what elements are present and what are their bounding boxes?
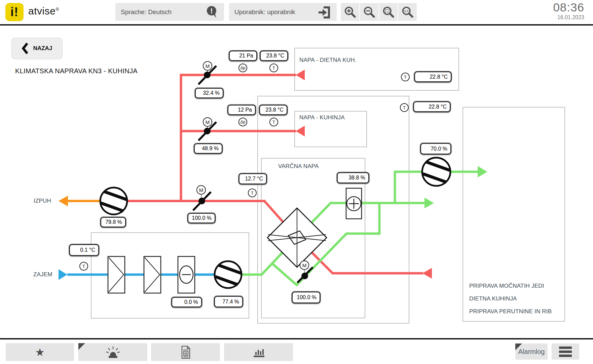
value-kuhinja-room-temp[interactable]: 22.8 °C xyxy=(413,101,451,112)
favorites-button[interactable]: ★ xyxy=(6,343,74,361)
zajem-label: ZAJEM xyxy=(33,271,52,278)
value-dietna-temp[interactable]: 23.8 °C xyxy=(260,50,288,61)
rooms-box xyxy=(462,107,565,322)
izpuh-label: IZPUH xyxy=(34,198,51,204)
alarms-button[interactable] xyxy=(78,343,147,361)
alarmlog-label: Alarmlog xyxy=(518,348,545,356)
clock-date: 16.01.2023 xyxy=(553,15,584,20)
language-button[interactable]: Sprache: Deutsch ! xyxy=(115,3,224,21)
brand-name: atvise® xyxy=(28,5,59,17)
hmi-screen: i! atvise® Sprache: Deutsch ! Uporabnik:… xyxy=(0,0,593,364)
bypass-damper-motor-icon: M xyxy=(300,260,309,270)
zoom-fit-button[interactable] xyxy=(379,3,398,21)
dietna-damper-motor-icon: M xyxy=(203,61,212,71)
intake-temp-sensor-icon: T xyxy=(79,262,88,271)
atvise-logo-icon: i! xyxy=(5,3,24,21)
speech-bubble-icon: ! xyxy=(205,5,219,19)
user-label: Uporabnik: uporabnik xyxy=(234,8,295,16)
kuhinja-temp-sensor-icon: T xyxy=(269,118,278,126)
exhaust-fan[interactable] xyxy=(100,188,127,214)
zoom-out-icon xyxy=(363,6,376,18)
supply-out-arrow xyxy=(424,198,434,208)
svg-text:!: ! xyxy=(210,7,213,15)
kuhinja-room-temp-sensor-icon: T xyxy=(400,103,409,112)
page-title: KLIMATSKA NAPRAVA KN3 - KUHINJA xyxy=(15,67,138,75)
hamburger-icon xyxy=(559,347,572,349)
zajem-arrow xyxy=(59,269,67,280)
report-button[interactable]: H xyxy=(151,343,220,361)
kuhinja-dp-sensor-icon: Δp xyxy=(238,118,247,126)
back-label: NAZAJ xyxy=(33,45,52,52)
alarm-lamp-icon xyxy=(105,345,121,360)
svg-text:1:1: 1:1 xyxy=(404,9,408,13)
dietna-hood-label: NAPA - DIETNA KUH. xyxy=(299,57,357,64)
value-main-damper[interactable]: 100.0 % xyxy=(187,213,216,224)
clock-time: 08:36 xyxy=(553,1,584,13)
kuhinja-damper-motor-icon: M xyxy=(203,117,212,127)
value-intake-temp[interactable]: 0.1 °C xyxy=(69,244,99,256)
value-supply-fan[interactable]: 70.0 % xyxy=(420,143,451,155)
return-air-arrow xyxy=(422,268,432,279)
supply-fan[interactable] xyxy=(422,158,450,186)
kuhinja-hood-label: NAPA - KUHINJA xyxy=(299,114,345,121)
value-kuhinja-temp[interactable]: 23.8 °C xyxy=(259,105,288,115)
language-label: Sprache: Deutsch xyxy=(121,8,172,16)
value-intake-fan[interactable]: 77.4 % xyxy=(214,296,243,308)
main-damper[interactable] xyxy=(193,192,211,210)
zoom-toolbar: 1:1 xyxy=(341,3,417,21)
zoom-reset-button[interactable]: 1:1 xyxy=(398,3,417,21)
main-damper-motor-icon: M xyxy=(196,185,206,195)
varcna-napa-label: VARČNA NAPA xyxy=(278,163,319,170)
value-bypass-damper[interactable]: 100.0 % xyxy=(292,291,321,304)
zoom-one-to-one-icon: 1:1 xyxy=(401,6,414,18)
value-exhaust-fan[interactable]: 79.8 % xyxy=(100,217,126,228)
izpuh-arrow xyxy=(59,196,68,206)
value-outdoor-temp[interactable]: 12.7 °C xyxy=(238,173,267,185)
header-divider xyxy=(0,24,593,26)
top-bar: i! atvise® Sprache: Deutsch ! Uporabnik:… xyxy=(0,0,593,24)
zoom-fit-icon xyxy=(382,6,395,18)
star-icon: ★ xyxy=(35,347,45,358)
outdoor-temp-sensor-icon: T xyxy=(248,189,257,197)
value-heater[interactable]: 38.8 % xyxy=(337,172,369,184)
zoom-in-button[interactable] xyxy=(341,3,359,21)
document-icon: H xyxy=(180,345,192,360)
chevron-left-icon xyxy=(22,42,29,54)
dietna-hood-box xyxy=(294,48,459,91)
value-kuhinja-pressure[interactable]: 12 Pa xyxy=(227,105,256,115)
value-dietna-room-temp[interactable]: 22.8 °C xyxy=(414,71,452,82)
menu-button[interactable] xyxy=(552,343,579,360)
login-icon xyxy=(317,5,331,19)
bottom-bar: ★ H xyxy=(0,339,593,364)
room-label-1: PRIPRAVA MOČNATIH JEDI xyxy=(469,283,544,289)
value-dietna-pressure[interactable]: 21 Pa xyxy=(229,50,257,61)
room-label-3: PRIPRAVA PERUTNINE IN RIB xyxy=(469,308,552,315)
dietna-room-temp-sensor-icon: T xyxy=(401,73,410,81)
user-button[interactable]: Uporabnik: uporabnik xyxy=(229,3,337,21)
back-button[interactable]: NAZAJ xyxy=(11,38,63,59)
dietna-dp-sensor-icon: Δp xyxy=(238,64,247,72)
dietna-temp-sensor-icon: T xyxy=(269,64,278,72)
svg-text:H: H xyxy=(184,351,187,355)
alarmlog-button[interactable]: Alarmlog xyxy=(515,343,548,360)
value-cooler[interactable]: 0.0 % xyxy=(171,297,202,308)
zoom-out-button[interactable] xyxy=(360,3,378,21)
clock: 08:36 16.01.2023 xyxy=(553,1,584,20)
value-dietna-damper[interactable]: 32.4 % xyxy=(195,88,224,98)
room-label-2: DIETNA KUHINJA xyxy=(469,295,517,302)
trends-button[interactable] xyxy=(224,343,293,361)
zoom-in-icon xyxy=(344,6,357,18)
value-kuhinja-damper[interactable]: 48.9 % xyxy=(194,143,223,154)
bar-chart-icon xyxy=(251,346,266,359)
